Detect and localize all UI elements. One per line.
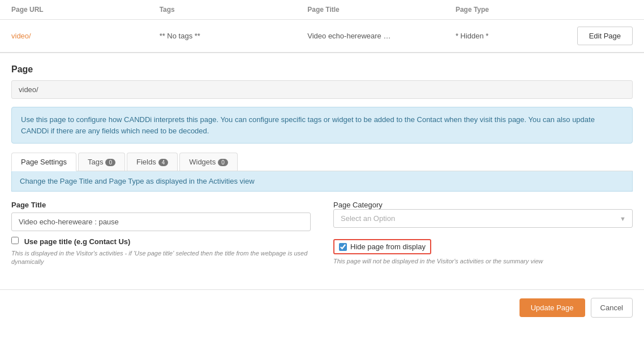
page-category-select[interactable]: Select an Option xyxy=(333,209,633,228)
page-section-title: Page xyxy=(11,64,633,75)
widgets-badge: 0 xyxy=(218,159,228,166)
edit-page-button[interactable]: Edit Page xyxy=(577,27,633,45)
column-headers: Page URL Tags Page Title Page Type xyxy=(0,0,644,20)
update-page-button[interactable]: Update Page xyxy=(520,298,585,317)
page-url-link[interactable]: video/ xyxy=(11,32,31,40)
tabs-container: Page Settings Tags0 Fields4 Widgets0 xyxy=(11,153,633,171)
form-grid: Page Title Use page title (e.g Contact U… xyxy=(11,201,633,267)
page-title-input[interactable] xyxy=(11,212,311,231)
hide-page-helper: This page will not be displayed in the V… xyxy=(333,257,543,266)
tab-fields[interactable]: Fields4 xyxy=(127,153,178,171)
page-title-header: Page Title xyxy=(307,6,456,14)
page-type-header: Page Type xyxy=(456,6,559,14)
title-cell: Video echo-hereweare … xyxy=(307,32,456,40)
page-title-label: Page Title xyxy=(11,201,311,209)
page-url-input[interactable] xyxy=(11,80,633,99)
main-content: Page Use this page to configure how CAND… xyxy=(0,53,644,284)
page-title-group: Page Title Use page title (e.g Contact U… xyxy=(11,201,311,267)
fields-badge: 4 xyxy=(158,159,169,166)
type-cell: * Hidden * xyxy=(456,32,559,40)
page-url-cell[interactable]: video/ xyxy=(11,32,160,40)
use-page-title-row[interactable]: Use page title (e.g Contact Us) xyxy=(11,237,311,246)
tab-tags[interactable]: Tags0 xyxy=(78,153,125,171)
action-bar: Update Page Cancel xyxy=(0,289,644,326)
use-page-title-checkbox[interactable] xyxy=(11,237,19,244)
tab-info-bar: Change the Page Title and Page Type as d… xyxy=(11,171,633,192)
cancel-button[interactable]: Cancel xyxy=(591,298,633,318)
page-url-header: Page URL xyxy=(11,6,160,14)
use-page-title-label: Use page title (e.g Contact Us) xyxy=(24,237,131,246)
page-category-group: Page Category Select an Option ▼ Hide pa… xyxy=(333,201,633,267)
page-title-helper: This is displayed in the Visitor's activ… xyxy=(11,249,311,267)
page-category-label: Page Category xyxy=(333,201,383,209)
tags-badge: 0 xyxy=(105,159,115,166)
page-data-row: video/ ** No tags ** Video echo-herewear… xyxy=(0,20,644,53)
hide-page-label: Hide page from display xyxy=(350,242,426,251)
info-box: Use this page to configure how CANDDi in… xyxy=(11,107,633,144)
tab-page-settings[interactable]: Page Settings xyxy=(11,153,76,171)
tags-header: Tags xyxy=(160,6,308,14)
hide-page-checkbox[interactable] xyxy=(339,243,347,251)
tab-widgets[interactable]: Widgets0 xyxy=(179,153,238,171)
tags-cell: ** No tags ** xyxy=(160,32,308,40)
hide-page-row[interactable]: Hide page from display xyxy=(333,239,431,254)
